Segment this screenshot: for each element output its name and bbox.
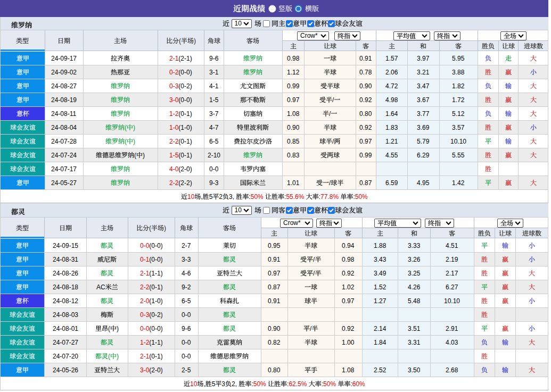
svg-text:3-3: 3-3 xyxy=(182,255,191,263)
svg-text:0.98: 0.98 xyxy=(287,54,299,62)
svg-text:24-08-11: 24-08-11 xyxy=(51,110,76,118)
svg-text:4-7: 4-7 xyxy=(209,123,218,131)
svg-text:1.84: 1.84 xyxy=(374,338,386,346)
svg-text:(0-0): (0-0) xyxy=(149,241,162,249)
svg-text:3: 3 xyxy=(221,380,225,388)
svg-text:0.85: 0.85 xyxy=(287,137,299,145)
svg-text:10: 10 xyxy=(187,193,195,201)
svg-text:4-0: 4-0 xyxy=(169,165,178,173)
svg-text:24-09-02: 24-09-02 xyxy=(51,68,77,76)
svg-text:(2-0): (2-0) xyxy=(178,165,192,173)
svg-text:0-2: 0-2 xyxy=(169,68,178,76)
svg-text:4.26: 4.26 xyxy=(408,283,420,291)
svg-text:(1-0): (1-0) xyxy=(149,297,162,305)
svg-text:6-5: 6-5 xyxy=(209,137,218,145)
svg-text:24-07-17: 24-07-17 xyxy=(51,165,77,173)
svg-text:0-0: 0-0 xyxy=(209,165,218,173)
svg-text:3-7: 3-7 xyxy=(209,110,218,118)
svg-text:3-1: 3-1 xyxy=(209,68,218,76)
svg-text:1.27: 1.27 xyxy=(374,297,386,305)
svg-text:2: 2 xyxy=(219,193,223,201)
svg-text:1.12: 1.12 xyxy=(287,68,299,76)
svg-text:3.69: 3.69 xyxy=(417,123,429,131)
svg-text:0.97: 0.97 xyxy=(342,297,354,305)
svg-text:5.55: 5.55 xyxy=(452,151,464,159)
svg-text:0.97: 0.97 xyxy=(268,269,280,277)
svg-text:0.97: 0.97 xyxy=(287,96,299,104)
svg-text:24-08-27: 24-08-27 xyxy=(51,82,77,90)
svg-text:2-2: 2-2 xyxy=(140,283,149,291)
svg-text:0.82: 0.82 xyxy=(268,338,280,346)
svg-text:0.99: 0.99 xyxy=(359,151,372,159)
svg-text:50%: 50% xyxy=(323,380,336,388)
svg-text:4.03: 4.03 xyxy=(446,338,458,346)
svg-text:2-1: 2-1 xyxy=(169,54,178,62)
svg-text:0.99: 0.99 xyxy=(287,82,299,90)
svg-text:3.57: 3.57 xyxy=(452,123,464,131)
svg-text:0-1: 0-1 xyxy=(140,255,149,263)
svg-text:24-08-01: 24-08-01 xyxy=(53,324,78,332)
svg-text:0-0: 0-0 xyxy=(182,352,191,360)
svg-text:24-08-18: 24-08-18 xyxy=(53,283,78,291)
svg-text:3.77: 3.77 xyxy=(417,110,429,118)
svg-text:2.17: 2.17 xyxy=(446,269,458,277)
svg-text:6-5: 6-5 xyxy=(182,297,191,305)
svg-text:24-08-31: 24-08-31 xyxy=(53,255,78,263)
svg-text:0.92: 0.92 xyxy=(359,96,372,104)
svg-text:55.6%: 55.6% xyxy=(286,193,304,201)
svg-text:24-05-27: 24-05-27 xyxy=(51,179,77,187)
svg-text:): ) xyxy=(117,353,119,360)
svg-text:): ) xyxy=(164,224,166,232)
svg-text:24-08-04: 24-08-04 xyxy=(51,123,77,131)
svg-text:24-07-27: 24-07-27 xyxy=(53,338,78,346)
svg-text:0.94: 0.94 xyxy=(342,241,354,249)
svg-text:/: / xyxy=(313,256,315,263)
svg-text:(2-2): (2-2) xyxy=(178,179,192,187)
svg-text:1.42: 1.42 xyxy=(452,179,464,187)
svg-text:1.88: 1.88 xyxy=(374,241,386,249)
svg-text:0.98: 0.98 xyxy=(342,255,354,263)
svg-text:5.79: 5.79 xyxy=(417,137,429,145)
svg-text:0-0: 0-0 xyxy=(182,338,191,346)
svg-text:1.01: 1.01 xyxy=(287,179,299,187)
svg-text:0.92: 0.92 xyxy=(342,269,354,277)
svg-text:10.10: 10.10 xyxy=(444,297,460,305)
svg-text:(: ( xyxy=(125,138,127,145)
svg-text:(0-1): (0-1) xyxy=(178,151,192,159)
svg-text:(: ( xyxy=(179,37,181,45)
svg-text:1.57: 1.57 xyxy=(385,54,398,62)
svg-text:2,: 2, xyxy=(232,380,237,388)
svg-text:2-0: 2-0 xyxy=(140,297,149,305)
svg-text:1.08: 1.08 xyxy=(342,366,354,374)
svg-text:(0-0): (0-0) xyxy=(178,68,192,76)
svg-text:1.21: 1.21 xyxy=(385,137,398,145)
svg-text:60%: 60% xyxy=(352,380,365,388)
svg-text:(: ( xyxy=(149,224,151,232)
svg-text:24-09-17: 24-09-17 xyxy=(51,54,77,62)
svg-text:24-09-15: 24-09-15 xyxy=(53,241,78,249)
svg-text:24-08-03: 24-08-03 xyxy=(53,311,78,319)
svg-text:50%: 50% xyxy=(355,193,367,201)
svg-text:0.90: 0.90 xyxy=(287,123,299,131)
svg-text:9-3: 9-3 xyxy=(209,179,218,187)
svg-text:24-07-20: 24-07-20 xyxy=(53,352,78,360)
svg-text:): ) xyxy=(133,138,135,145)
svg-text:2.06: 2.06 xyxy=(385,68,398,76)
svg-text:24-08-26: 24-08-26 xyxy=(53,269,78,277)
svg-text:(: ( xyxy=(134,152,136,159)
svg-text:(0-2): (0-2) xyxy=(149,311,162,319)
svg-text:(2-0): (2-0) xyxy=(149,366,162,374)
svg-text:): ) xyxy=(143,152,145,159)
svg-text:3.47: 3.47 xyxy=(417,82,429,90)
svg-text:): ) xyxy=(133,124,135,131)
svg-text:,: , xyxy=(201,193,202,201)
svg-text:3-0: 3-0 xyxy=(140,366,149,374)
svg-text:3.88: 3.88 xyxy=(452,68,464,76)
svg-text:0.91: 0.91 xyxy=(268,297,280,305)
svg-text:5: 5 xyxy=(209,193,212,201)
svg-text:2-2: 2-2 xyxy=(169,137,178,145)
svg-text:24-08-19: 24-08-19 xyxy=(51,96,77,104)
svg-text:0.80: 0.80 xyxy=(359,110,372,118)
svg-text:10: 10 xyxy=(190,380,198,388)
svg-text:0-3: 0-3 xyxy=(140,311,149,319)
